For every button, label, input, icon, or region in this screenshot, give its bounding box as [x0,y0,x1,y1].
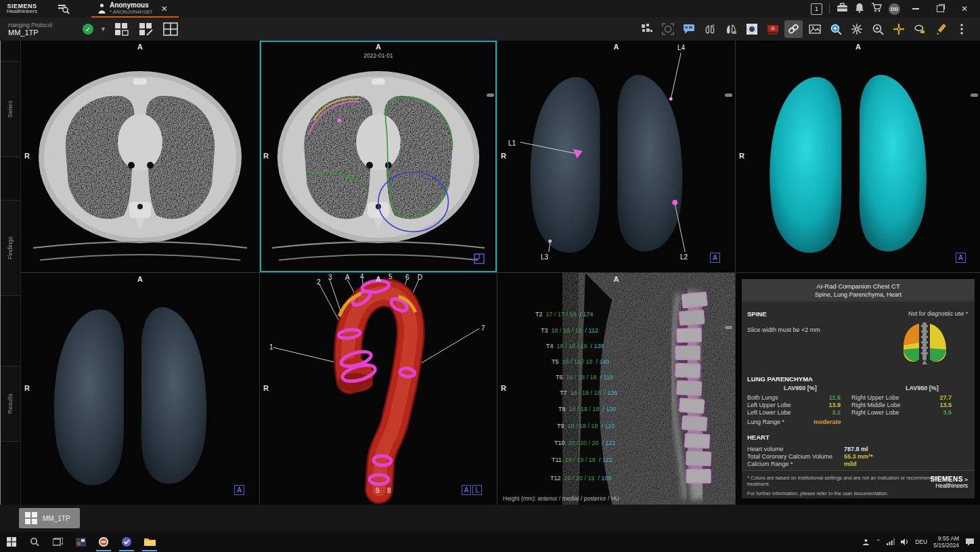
patient-tab[interactable]: Anonymous * ANONJVN4H1BT ✕ [91,0,179,18]
rail-tab-findings[interactable]: Findings [1,200,20,296]
vertebra-row[interactable]: T818 / 18 / 18/ 130 [558,406,617,412]
results-subtitle: Spine, Lung Parenchyma, Heart [742,291,975,299]
viewport-aorta-3d[interactable]: A R 123A456D789 AL [260,273,497,505]
minimize-button[interactable] [907,1,925,16]
left-rail: Series Findings Results [1,41,21,505]
vertebra-row[interactable]: T318 / 18 / 18/ 112 [541,327,598,334]
clock-date: 5/15/2024 [933,542,959,549]
vertebra-row[interactable]: T1220 / 20 / 19/ 108 [550,475,612,482]
vertebra-row[interactable]: T918 / 18 / 18/ 120 [557,423,615,429]
rail-tab-results[interactable]: Results [1,366,20,442]
layout-series-button[interactable] [112,20,132,38]
aorta-segment-label[interactable]: 7 [481,324,485,332]
tool-image-gallery[interactable] [805,20,824,38]
tool-pixel-lens[interactable] [638,20,656,38]
aorta-segment-label[interactable]: 2 [317,278,321,286]
language-indicator[interactable]: DEU [915,538,927,545]
protocol-valid-check-icon: ✓ [83,24,93,35]
viewport-ct-axial[interactable]: A R [21,41,259,272]
tool-link-series[interactable] [784,20,803,38]
start-button[interactable] [0,532,23,552]
network-icon[interactable] [887,538,895,545]
tool-annotations[interactable] [680,20,698,38]
tool-snapshot[interactable] [763,20,782,38]
lesion-label[interactable]: L2 [680,253,688,261]
viewport-spine-sagittal[interactable]: A R T217 / 17 / 18/ 174T318 / 18 / 18/ 1… [497,273,735,505]
tool-sphere-view[interactable] [742,20,761,38]
viewport-lung-findings[interactable]: A R L1L2L3L4 A [497,41,735,272]
vertebra-row[interactable]: T718 / 18 / 18/ 136 [560,389,618,396]
heart-table-row: Heart volume787.8 ml [747,446,950,453]
tool-magnifier-plus[interactable] [868,20,887,38]
vertebra-row[interactable]: T418 / 18 / 19/ 136 [546,343,604,349]
results-footnote: * Colors are based on institutional sett… [742,470,975,498]
aorta-segment-label[interactable]: 9 [376,487,380,494]
notifications-button[interactable] [855,3,864,16]
lesion-label[interactable]: L3 [541,253,548,261]
tray-app-icon[interactable] [862,538,870,546]
mpr-layout-badge-icon[interactable] [474,253,485,264]
taskbar-search-button[interactable] [23,532,46,552]
chevron-down-icon[interactable]: ▼ [100,26,106,33]
tool-windowing-star[interactable] [847,20,866,38]
lesion-label[interactable]: L4 [677,44,685,51]
monitor-layout-badge[interactable]: 1 [811,3,822,15]
taskbar-app-orange[interactable] [92,532,115,552]
viewport-results-panel[interactable]: AI-Rad Companion Chest CT Spine, Lung Pa… [736,273,980,505]
vertebra-row[interactable]: T618 / 18 / 18/ 118 [556,374,613,381]
tool-auto-center[interactable] [659,20,677,38]
viewport-lung-red-overlay[interactable]: A R A [21,273,259,505]
taskbar-clock[interactable]: 9:55 AM 5/15/2024 [933,535,959,549]
vertebra-row[interactable]: T1020 / 20 / 20/ 122 [554,440,616,446]
tray-expand-icon[interactable]: ⌃ [876,538,881,545]
task-view-button[interactable] [46,532,69,552]
lesion-label[interactable]: L1 [508,140,516,147]
vertebra-row[interactable]: T217 / 17 / 18/ 174 [535,311,594,318]
speaker-icon[interactable] [901,538,909,545]
aorta-segment-label[interactable]: 6 [405,274,409,281]
aorta-segment-label[interactable]: D [418,274,422,281]
viewport-ct-contoured[interactable]: A 2022-01-01 R [260,41,497,272]
vertebra-row[interactable]: T518 / 18 / 18/ 140 [552,358,610,365]
restore-button[interactable] [931,1,949,16]
tool-pen-measure[interactable] [931,20,950,38]
aorta-segment-label[interactable]: A [345,274,350,281]
tool-crosshair[interactable] [889,20,908,38]
layout-tab-mm1tp[interactable]: MM_1TP [19,508,80,528]
taskbar-app-pinned[interactable] [69,532,92,552]
application-window: SIEMENS Healthineers » Anonymous * ANONJ… [0,0,980,552]
pixel-grid-icon [641,23,653,35]
vertebra-row[interactable]: T1119 / 19 / 19/ 122 [552,457,612,463]
tool-more-options[interactable] [952,20,971,38]
rail-tab-series[interactable]: Series [1,61,20,157]
store-button[interactable] [871,3,882,15]
aorta-segment-label[interactable]: 1 [269,343,273,351]
layout-grid-button[interactable] [160,20,181,38]
aorta-segment-label[interactable]: 8 [387,487,391,494]
lungs-icon [704,23,716,35]
tool-lung-analysis[interactable] [700,20,719,38]
aorta-segment-label[interactable]: 3 [328,274,332,281]
patient-id: * ANONJVN4H1BT [110,9,153,16]
scroll-indicator[interactable] [725,326,732,329]
taskbar-app-blue-check[interactable] [115,532,138,552]
action-center-icon[interactable] [965,538,975,546]
hanging-protocol-selector[interactable]: Hanging Protocol MM_1TP [8,22,83,37]
aorta-segment-label[interactable]: 4 [360,273,364,280]
cases-button[interactable] [837,3,848,15]
aorta-3d-image [260,273,497,505]
layout-edit-button[interactable] [136,20,156,38]
close-patient-icon[interactable]: ✕ [157,4,172,14]
tool-zoom-in[interactable] [826,20,845,38]
user-avatar[interactable]: DD [889,3,900,15]
close-window-button[interactable]: ✕ [956,1,973,16]
scroll-indicator[interactable] [487,93,494,97]
viewport-lung-cyan[interactable]: A R A [736,41,980,272]
taskbar-file-explorer[interactable] [138,532,161,552]
scroll-indicator[interactable] [971,93,978,97]
tool-lung-lobes[interactable] [721,20,740,38]
scroll-indicator[interactable] [725,93,732,97]
grid-page-icon [114,22,129,36]
tool-freeform-roi[interactable] [910,20,929,38]
aorta-segment-label[interactable]: 5 [388,273,393,280]
